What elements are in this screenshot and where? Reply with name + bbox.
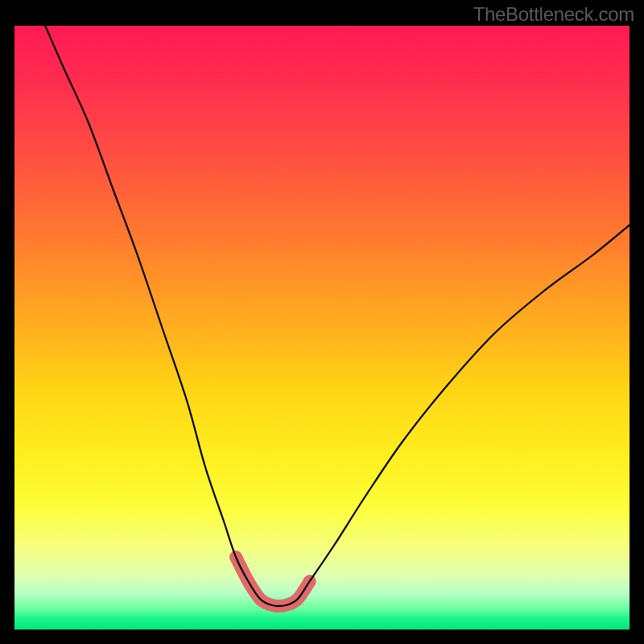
chart-svg <box>14 26 630 630</box>
watermark-text: TheBottleneck.com <box>473 3 634 26</box>
bottleneck-curve <box>45 26 630 606</box>
plot-area <box>14 26 630 630</box>
